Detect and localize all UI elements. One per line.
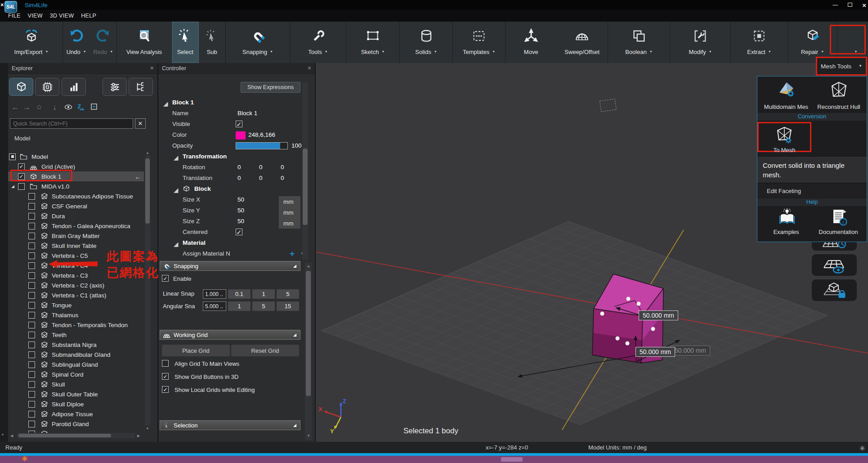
angular-snap-input[interactable] [203, 301, 226, 311]
tree-checkbox[interactable] [28, 342, 35, 348]
add-material-icon[interactable]: + [290, 249, 295, 259]
scroll-left-icon[interactable]: ◀ [10, 434, 13, 438]
tree-item-brain-gray-matter[interactable]: Brain Gray Matter [8, 231, 144, 241]
property-row-block[interactable]: ◢Block [158, 184, 311, 194]
tree-checkbox[interactable] [28, 292, 35, 299]
vector-value[interactable]: 0 [259, 175, 263, 181]
selection-section-header[interactable]: Selection ◢ [160, 420, 300, 430]
tree-item-subcutaneous-adipose-tissue[interactable]: Subcutaneous Adipose Tissue [8, 191, 144, 201]
toolbar-modify-button[interactable]: Modify▼ [670, 22, 730, 63]
toolbar-redo-button[interactable]: Redo▼ [90, 22, 117, 63]
toolbar-extract-button[interactable]: Extract▼ [731, 22, 787, 63]
tree-item-skull-diploe[interactable]: Skull Diploe [8, 399, 144, 409]
collapse-triangle-icon[interactable]: ◢ [174, 240, 178, 247]
toolbar-solids-button[interactable]: Solids▼ [400, 22, 452, 63]
vector-value[interactable]: 0 [237, 164, 241, 171]
tree-item-tongue[interactable]: Tongue [8, 300, 144, 310]
tree-item-spinal-cord[interactable]: Spinal Cord [8, 369, 144, 379]
tree-item-tendon-galea-aponeurotica[interactable]: Tendon - Galea Aponeurotica [8, 221, 144, 231]
close-button[interactable]: × [862, 1, 866, 9]
menu-item-edit-faceting[interactable]: Edit Faceting [757, 184, 867, 198]
color-swatch[interactable] [236, 131, 246, 139]
grid-visibility-button[interactable] [812, 254, 857, 276]
tree-item-model[interactable]: Model [8, 152, 144, 162]
working-grid-section-header[interactable]: Working Grid ◢ [160, 330, 300, 340]
tree-checkbox[interactable] [28, 272, 35, 279]
menu-item-multidomain-mesh[interactable]: Multidomain Mes [761, 81, 811, 110]
toolbar-view-analysis-button[interactable]: View Analysis [117, 22, 171, 63]
toolbar-select-button[interactable]: Select [172, 22, 199, 63]
vector-value[interactable]: 0 [281, 175, 284, 181]
align-grid-to-main-views-checkbox[interactable] [162, 360, 169, 367]
tree-item-dura[interactable]: Dura [8, 211, 144, 221]
tree-checkbox[interactable] [28, 223, 35, 229]
angular-preset-15-button[interactable]: 15 [277, 301, 299, 311]
color-value[interactable]: 248,6,166 [248, 131, 275, 138]
tree-checkbox[interactable] [28, 361, 35, 368]
tree-checkbox[interactable] [28, 322, 35, 328]
tree-item-tendon-temporalis-tendon[interactable]: Tendon - Temporalis Tendon [8, 320, 144, 330]
taskbar-button[interactable] [501, 457, 523, 462]
tree-checkbox[interactable] [28, 252, 35, 259]
scroll-up-icon[interactable]: ▲ [307, 264, 310, 268]
vector-value[interactable]: 0 [259, 164, 263, 171]
tree-checkbox[interactable] [28, 243, 35, 249]
menu-view[interactable]: VIEW [28, 13, 43, 19]
tree-checkbox[interactable] [28, 421, 35, 427]
tree-item-submandibular-gland[interactable]: Submandibular Gland [8, 350, 144, 360]
toolbar-templates-button[interactable]: Templates▼ [453, 22, 505, 63]
tree-hscroll-thumb[interactable] [18, 434, 111, 437]
reset-grid-button[interactable]: Reset Grid [231, 345, 299, 356]
toolbar-sub-button[interactable]: Sub [199, 22, 226, 63]
tree-item-parotid-gland[interactable]: Parotid Gland [8, 419, 144, 429]
scroll-down-icon[interactable]: ▼ [307, 434, 310, 438]
linear-preset-5-button[interactable]: 5 [277, 289, 299, 299]
menu-item-documentation[interactable]: i Documentation [812, 208, 864, 235]
props-scroll-thumb[interactable] [303, 148, 308, 225]
size-value[interactable]: 50 [237, 218, 244, 225]
toolbar-boolean-button[interactable]: Boolean▼ [608, 22, 670, 63]
scroll-up-icon[interactable]: ▲ [146, 151, 149, 155]
tree-checkbox[interactable] [18, 183, 25, 190]
collapse-triangle-icon[interactable]: ◢ [174, 154, 178, 161]
menu-item-to-mesh[interactable]: To Mesh [757, 122, 811, 152]
menu-item-examples[interactable]: Examples [765, 208, 807, 235]
expander-icon[interactable]: ◢ [11, 184, 14, 189]
size-value[interactable]: 50 [237, 196, 244, 203]
tree-checkbox[interactable] [28, 282, 35, 289]
maximize-button[interactable] [848, 2, 852, 8]
toolbar-move-button[interactable]: Move [506, 22, 557, 63]
linear-snap-input[interactable] [203, 289, 226, 299]
tree-item-skull-outer-table[interactable]: Skull Outer Table [8, 389, 144, 399]
toolbar-tools-button[interactable]: Tools▼ [290, 22, 346, 63]
minimize-button[interactable]: — [832, 2, 838, 8]
tree-item-thalamus[interactable]: Thalamus [8, 310, 144, 320]
tree-item-csf-general[interactable]: CSF General [8, 201, 144, 211]
tree-item-vertebra-c2-axis[interactable]: Vertebra - C2 (axis) [8, 280, 144, 290]
linear-preset-0-1-button[interactable]: 0.1 [228, 289, 251, 299]
show-local-grids-while-editing-checkbox[interactable]: ✓ [162, 386, 169, 393]
tree-item-skull[interactable]: Skull [8, 379, 144, 389]
toolbar-snapping-button[interactable]: Snapping▼ [226, 22, 290, 63]
menu-help[interactable]: HELP [81, 13, 96, 19]
toolbar-sketch-button[interactable]: Sketch▼ [346, 22, 399, 63]
snapping-section-header[interactable]: Snapping ◢ [160, 261, 300, 271]
angular-preset-1-button[interactable]: 1 [228, 301, 251, 311]
centered-checkbox[interactable]: ✓ [236, 229, 242, 235]
tree-checkbox[interactable] [28, 332, 35, 338]
tree-checkbox[interactable] [28, 302, 35, 309]
tree-checkbox[interactable] [9, 153, 16, 160]
show-grid-buttons-in-3d-checkbox[interactable]: ✓ [162, 373, 169, 380]
tree-vscroll-thumb[interactable] [145, 158, 150, 224]
tree-item-vertebra-c1-atlas[interactable]: Vertebra - C1 (atlas) [8, 290, 144, 300]
tree-checkbox[interactable] [28, 203, 35, 210]
vector-value[interactable]: 0 [281, 164, 284, 171]
tree-checkbox[interactable] [28, 381, 35, 388]
tree-item-adipose-tissue[interactable]: Adipose Tissue [8, 409, 144, 419]
property-row-material[interactable]: ◢Material [158, 238, 311, 248]
tree-item-sublingual-gland[interactable]: Sublingual Gland [8, 360, 144, 369]
toolbar-sweep-offset-button[interactable]: Sweep/Offset [557, 22, 608, 63]
tree-checkbox[interactable] [28, 193, 35, 200]
goto-source-icon[interactable]: ← [134, 173, 141, 180]
menu-3d-view[interactable]: 3D VIEW [50, 13, 74, 19]
